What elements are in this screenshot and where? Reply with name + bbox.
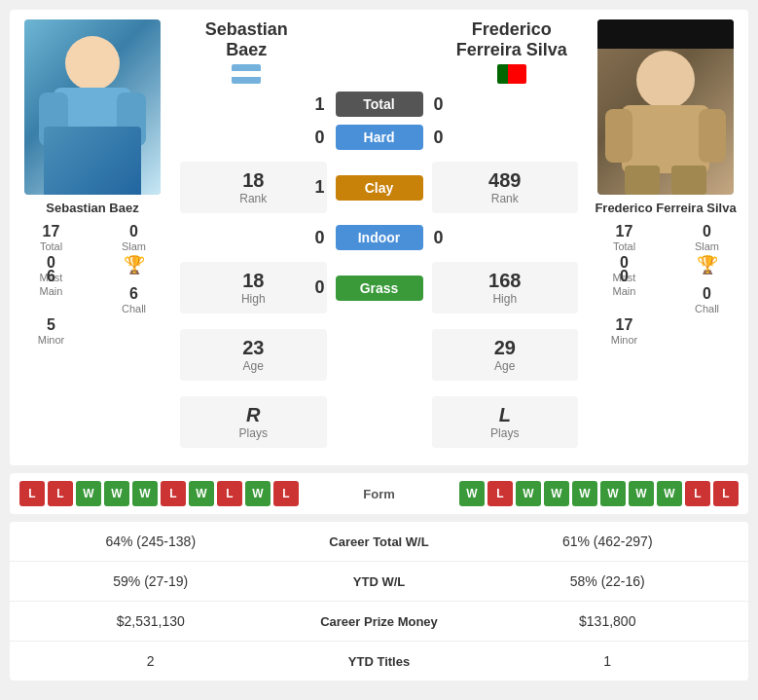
trophy-icon: 🏆 [124, 254, 145, 276]
player1-form-badges: LLWWWLWLWL [19, 481, 341, 506]
form-badge-w: W [572, 481, 597, 506]
total-badge: Total [336, 92, 423, 117]
player2-minor-label: Minor [611, 334, 638, 346]
player1-age-value: 23 [196, 337, 311, 359]
form-badge-w: W [76, 481, 101, 506]
player2-slam-stat: 0 Slam [670, 223, 743, 252]
svg-rect-13 [671, 166, 706, 195]
player2-minor-stat: 17 Minor [588, 316, 661, 346]
player1-high-box: 18 High [180, 262, 327, 313]
player2-photo [597, 19, 734, 195]
player1-name-center: Sebastian Baez [188, 19, 305, 60]
form-badge-l: L [19, 481, 45, 506]
svg-rect-6 [597, 19, 734, 49]
ytd-wl-p2: 58% (22-16) [477, 573, 740, 589]
form-badge-w: W [459, 481, 485, 506]
hard-badge: Hard [336, 125, 423, 150]
player1-slam-value: 0 [129, 223, 138, 240]
hard-score-p2: 0 [427, 128, 451, 148]
player2-chall-value: 0 [703, 285, 711, 303]
form-badge-w: W [657, 481, 682, 506]
player1-main-value: 6 [47, 268, 55, 285]
ytd-titles-p1: 2 [19, 653, 282, 669]
form-badge-w: W [104, 481, 129, 506]
svg-rect-9 [622, 105, 709, 173]
middle-section: Sebastian Baez Frederico Ferreira Silva [175, 10, 583, 465]
player1-card: Sebastian Baez 17 Total 0 Slam 0 Mast 🏆 [10, 10, 175, 465]
career-prize-label: Career Prize Money [282, 614, 477, 629]
form-badge-w: W [544, 481, 569, 506]
player2-chall-stat: 0 Chall [670, 285, 743, 314]
top-section: Sebastian Baez 17 Total 0 Slam 0 Mast 🏆 [10, 10, 748, 465]
player2-rank-value: 489 [448, 169, 563, 192]
player1-chall-stat: 6 Chall [97, 285, 170, 314]
total-score-p2: 0 [427, 94, 451, 115]
player2-card: Frederico Ferreira Silva 17 Total 0 Slam… [583, 10, 748, 465]
plays-row: R Plays L Plays [180, 392, 578, 452]
svg-point-0 [65, 36, 120, 91]
ytd-wl-p1: 59% (27-19) [19, 573, 282, 589]
grass-section: 0 Grass 0 [331, 258, 428, 317]
player1-name-label: Sebastian Baez [46, 201, 138, 215]
player2-high-label: High [448, 292, 563, 306]
ytd-titles-p2: 1 [477, 653, 740, 669]
career-prize-p2: $131,800 [477, 613, 740, 629]
player2-high-box: 168 High [432, 262, 579, 313]
hard-score-p1: 0 [308, 128, 332, 148]
form-badge-w: W [629, 481, 654, 506]
grass-score-p1: 0 [308, 277, 332, 298]
form-badge-l: L [487, 481, 513, 506]
form-badge-l: L [217, 481, 242, 506]
form-badge-l: L [273, 481, 299, 506]
player2-chall-label: Chall [695, 303, 719, 314]
svg-rect-10 [605, 109, 632, 163]
player1-age-box: 23 Age [180, 329, 327, 381]
form-badge-l: L [685, 481, 710, 506]
flags-row [180, 64, 578, 84]
player1-minor-label: Minor [38, 334, 65, 346]
player1-total-stat: 17 Total [15, 223, 88, 252]
player2-form-badges: WLWWWWWWLL [418, 481, 740, 506]
player2-total-label: Total [613, 240, 635, 252]
player1-plays-label: Plays [196, 426, 311, 440]
player1-trophy: 🏆 [97, 254, 170, 283]
career-total-row: 64% (245-138) Career Total W/L 61% (462-… [10, 522, 748, 562]
career-total-label: Career Total W/L [282, 534, 477, 549]
svg-rect-7 [607, 19, 724, 49]
player2-main-value: 0 [620, 268, 629, 285]
player1-stats-grid: 17 Total 0 Slam 0 Mast 🏆 6 Main [15, 223, 170, 346]
high-row: 18 High 0 Grass 0 168 High [180, 258, 578, 317]
form-badge-w: W [189, 481, 214, 506]
ytd-wl-label: YTD W/L [282, 574, 477, 589]
form-badge-w: W [245, 481, 271, 506]
indoor-score-p2: 0 [427, 228, 451, 248]
player1-slam-label: Slam [122, 240, 146, 252]
grass-badge: Grass [336, 276, 423, 301]
svg-rect-3 [117, 92, 146, 146]
form-badge-l: L [48, 481, 73, 506]
ytd-wl-row: 59% (27-19) YTD W/L 58% (22-16) [10, 562, 748, 602]
form-badge-w: W [132, 481, 158, 506]
player1-total-label: Total [40, 240, 62, 252]
player1-high-label: High [196, 292, 311, 306]
grass-row: 0 Grass 0 [308, 276, 451, 301]
indoor-badge: Indoor [336, 225, 423, 250]
player1-slam-stat: 0 Slam [97, 223, 170, 252]
player1-rank-box: 18 Rank [180, 162, 327, 213]
player1-rank-value: 18 [196, 169, 311, 192]
player2-minor-value: 17 [616, 316, 633, 334]
form-badge-w: W [516, 481, 541, 506]
form-badge-w: W [600, 481, 626, 506]
total-score-p1: 1 [308, 94, 332, 115]
player1-chall-label: Chall [122, 303, 146, 314]
player1-chall-value: 6 [129, 285, 138, 303]
career-prize-p1: $2,531,130 [19, 613, 282, 629]
age-row: 23 Age 29 Age [180, 325, 578, 385]
clay-badge: Clay [336, 175, 423, 201]
svg-point-8 [636, 51, 695, 109]
career-prize-row: $2,531,130 Career Prize Money $131,800 [10, 602, 748, 642]
player1-plays-box: R Plays [180, 396, 327, 448]
player2-name-center: Frederico Ferreira Silva [453, 19, 570, 60]
player2-total-stat: 17 Total [588, 223, 661, 252]
player1-high-value: 18 [196, 270, 311, 292]
